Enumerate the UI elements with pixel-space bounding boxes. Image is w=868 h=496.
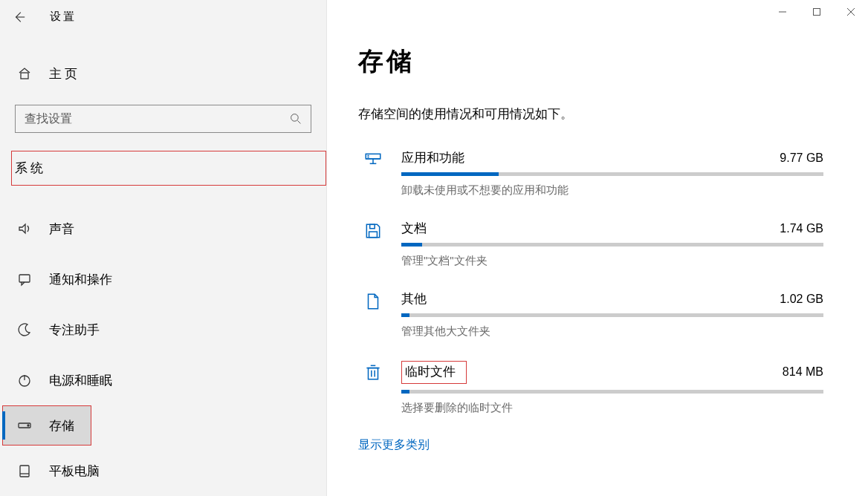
storage-title: 文档 (401, 220, 427, 237)
storage-size: 1.74 GB (780, 222, 823, 235)
storage-size: 814 MB (783, 365, 823, 379)
close-button[interactable] (834, 0, 868, 24)
sidebar-item-tablet[interactable]: 平板电脑 (0, 446, 326, 496)
storage-desc: 管理"文档"文件夹 (401, 254, 823, 268)
search-box[interactable] (15, 105, 311, 133)
svg-rect-16 (366, 154, 380, 159)
sidebar-item-label: 存储 (49, 417, 74, 434)
svg-point-6 (291, 114, 299, 121)
maximize-button[interactable] (800, 0, 834, 24)
save-icon (358, 220, 388, 268)
minimize-button[interactable] (765, 0, 800, 24)
storage-item-temp[interactable]: 临时文件 814 MB 选择要删除的临时文件 (358, 361, 823, 415)
page-title: 存储 (358, 45, 823, 79)
storage-title: 临时文件 (401, 361, 467, 384)
svg-rect-24 (369, 368, 378, 379)
storage-desc: 选择要删除的临时文件 (401, 401, 823, 415)
moon-icon (16, 322, 33, 337)
settings-title: 设置 (50, 10, 77, 24)
storage-bar-fill (401, 390, 409, 394)
storage-title: 其他 (401, 290, 427, 307)
back-button[interactable] (7, 5, 31, 29)
search-icon (281, 113, 311, 125)
sidebar-item-label: 专注助手 (49, 322, 100, 339)
sidebar-item-sound[interactable]: 声音 (0, 203, 326, 254)
storage-bar (401, 313, 823, 317)
tablet-icon (16, 463, 33, 478)
svg-rect-5 (21, 73, 28, 79)
home-icon (16, 66, 33, 81)
sidebar-item-focus-assist[interactable]: 专注助手 (0, 304, 326, 355)
sidebar-item-label: 电源和睡眠 (49, 372, 112, 389)
svg-rect-23 (370, 224, 375, 228)
show-more-categories-link[interactable]: 显示更多类别 (358, 437, 430, 453)
storage-bar-fill (401, 313, 409, 317)
sidebar-item-storage[interactable]: 存储 (2, 405, 91, 446)
search-input[interactable] (16, 112, 281, 125)
settings-window: 设置 主页 系统 声音 (0, 0, 868, 496)
storage-title: 应用和功能 (401, 149, 464, 166)
storage-bar (401, 390, 823, 394)
svg-rect-14 (20, 466, 29, 477)
storage-item-other[interactable]: 其他 1.02 GB 管理其他大文件夹 (358, 290, 823, 339)
storage-lede: 存储空间的使用情况和可用情况如下。 (358, 105, 823, 123)
storage-bar (401, 243, 823, 247)
content-pane: 存储 存储空间的使用情况和可用情况如下。 应用和功能 9.77 GB 卸载未使用… (327, 0, 868, 496)
storage-desc: 管理其他大文件夹 (401, 324, 823, 339)
storage-bar (401, 172, 823, 176)
sidebar-item-home[interactable]: 主页 (0, 57, 326, 89)
file-icon (358, 290, 388, 339)
home-label: 主页 (49, 65, 80, 82)
window-controls (765, 0, 868, 24)
storage-desc: 卸载未使用或不想要的应用和功能 (401, 183, 823, 198)
storage-bar-fill (401, 243, 422, 247)
storage-size: 1.02 GB (780, 293, 823, 306)
sidebar-nav: 声音 通知和操作 专注助手 电源和睡眠 (0, 203, 326, 496)
storage-item-docs[interactable]: 文档 1.74 GB 管理"文档"文件夹 (358, 220, 823, 268)
display-icon (358, 149, 388, 198)
drive-icon (16, 418, 33, 433)
svg-rect-22 (369, 232, 378, 238)
sidebar-category-system[interactable]: 系统 (11, 151, 326, 186)
storage-bar-fill (401, 172, 499, 176)
sidebar: 设置 主页 系统 声音 (0, 0, 327, 496)
sidebar-item-label: 声音 (49, 221, 74, 238)
svg-line-7 (297, 120, 300, 123)
sound-icon (16, 221, 33, 236)
svg-rect-9 (19, 275, 30, 282)
svg-point-13 (27, 425, 29, 426)
svg-rect-1 (814, 9, 820, 16)
sidebar-item-notifications[interactable]: 通知和操作 (0, 254, 326, 304)
storage-item-apps[interactable]: 应用和功能 9.77 GB 卸载未使用或不想要的应用和功能 (358, 149, 823, 198)
sidebar-item-label: 平板电脑 (49, 463, 100, 480)
storage-size: 9.77 GB (780, 151, 823, 165)
sidebar-item-label: 通知和操作 (49, 271, 112, 288)
power-icon (16, 373, 33, 388)
chat-icon (16, 272, 33, 287)
title-row: 设置 (0, 0, 326, 33)
sidebar-item-power-sleep[interactable]: 电源和睡眠 (0, 355, 326, 405)
trash-icon (358, 361, 388, 415)
svg-marker-8 (19, 224, 25, 233)
